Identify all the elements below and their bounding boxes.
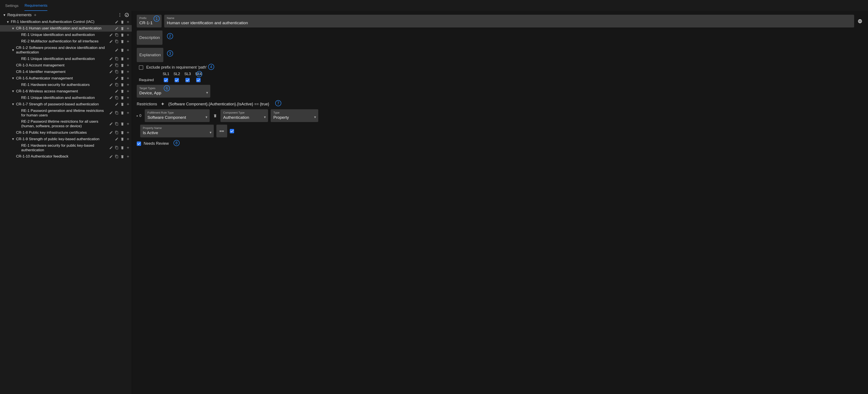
exclude-prefix-checkbox[interactable] (139, 65, 143, 70)
target-types-select[interactable]: Target Types Device, App ▾ (137, 85, 210, 98)
copy-icon[interactable] (115, 57, 119, 61)
copy-icon[interactable] (115, 96, 119, 100)
add-icon[interactable] (126, 70, 130, 74)
copy-icon[interactable] (115, 39, 119, 43)
tree-caret[interactable]: ▾ (11, 89, 15, 93)
delete-icon[interactable] (120, 39, 124, 43)
add-icon[interactable] (126, 48, 130, 52)
add-icon[interactable] (126, 96, 130, 100)
edit-icon[interactable] (109, 63, 113, 67)
tree-item-cr15[interactable]: ▾CR-1-5 Authenticator management (0, 75, 132, 82)
tab-requirements[interactable]: Requirements (25, 2, 48, 11)
description-field[interactable]: Description (137, 31, 162, 45)
tree-caret[interactable]: ▾ (11, 26, 15, 31)
add-icon[interactable] (126, 146, 130, 150)
tree-caret[interactable]: ▾ (11, 137, 15, 141)
delete-icon[interactable] (120, 70, 124, 74)
add-icon[interactable] (126, 102, 130, 107)
tree-caret[interactable]: ▾ (6, 20, 9, 24)
operator-select[interactable]: == (216, 125, 227, 138)
add-icon[interactable] (126, 83, 130, 87)
rule-value-checkbox[interactable] (230, 129, 234, 133)
tree-validate-icon[interactable] (124, 12, 129, 17)
edit-icon[interactable] (109, 122, 113, 126)
tree-item-re1f[interactable]: RE-1 Hardware security for public key-ba… (0, 142, 132, 153)
copy-icon[interactable] (115, 122, 119, 126)
add-icon[interactable] (126, 154, 130, 159)
name-input[interactable] (167, 21, 851, 25)
delete-icon[interactable] (120, 48, 124, 52)
copy-icon[interactable] (115, 33, 119, 37)
delete-icon[interactable] (120, 146, 124, 150)
tree-caret[interactable]: ▾ (11, 102, 15, 107)
copy-icon[interactable] (115, 83, 119, 87)
required-sl1-checkbox[interactable] (164, 78, 168, 82)
required-sl4-checkbox[interactable] (196, 78, 200, 82)
edit-icon[interactable] (115, 76, 119, 81)
add-restriction-button[interactable]: + (160, 101, 165, 107)
delete-icon[interactable] (120, 57, 124, 61)
copy-icon[interactable] (115, 130, 119, 135)
tree-more-menu[interactable] (118, 12, 122, 17)
explanation-field[interactable]: Explanation (137, 48, 163, 62)
delete-icon[interactable] (120, 137, 124, 141)
edit-icon[interactable] (109, 33, 113, 37)
add-icon[interactable] (126, 122, 130, 126)
edit-icon[interactable] (115, 102, 119, 107)
edit-icon[interactable] (109, 70, 113, 74)
property-name-select[interactable]: Property Name Is Active ▾ (140, 125, 214, 138)
add-icon[interactable] (126, 33, 130, 37)
delete-icon[interactable] (120, 122, 124, 126)
add-icon[interactable] (126, 89, 130, 93)
tree-item-cr110[interactable]: CR-1-10 Authenticator feedback (0, 153, 132, 160)
delete-icon[interactable] (120, 26, 124, 31)
tree-item-cr14[interactable]: CR-1-4 Identifier management (0, 68, 132, 75)
add-icon[interactable] (126, 76, 130, 81)
add-icon[interactable] (126, 26, 130, 31)
edit-icon[interactable] (109, 39, 113, 43)
tree-item-cr12[interactable]: ▾CR-1-2 Software process and device iden… (0, 44, 132, 56)
tree-item-re1e[interactable]: RE-1 Password generation and lifetime re… (0, 108, 132, 119)
delete-icon[interactable] (120, 102, 124, 107)
tree-item-cr17[interactable]: ▾CR-1-7 Strength of password-based authe… (0, 101, 132, 108)
edit-icon[interactable] (109, 154, 113, 159)
edit-icon[interactable] (109, 96, 113, 100)
delete-icon[interactable] (120, 76, 124, 81)
fulfillment-rule-type-select[interactable]: Fulfillment Rule Type Software Component… (145, 109, 210, 122)
delete-icon[interactable] (120, 20, 124, 24)
edit-icon[interactable] (115, 89, 119, 93)
tree-item-cr11[interactable]: ▾CR-1-1 Human user identification and au… (0, 25, 132, 32)
tree-item-cr16[interactable]: ▾CR-1-6 Wireless access management (0, 88, 132, 95)
add-icon[interactable] (126, 39, 130, 43)
tree-item-re1a[interactable]: RE-1 Unique identification and authentic… (0, 32, 132, 38)
required-sl3-checkbox[interactable] (185, 78, 190, 82)
edit-icon[interactable] (115, 48, 119, 52)
tree-item-re2b[interactable]: RE-2 Password lifetime restrictions for … (0, 118, 132, 129)
edit-icon[interactable] (115, 137, 119, 141)
required-sl2-checkbox[interactable] (175, 78, 179, 82)
copy-icon[interactable] (115, 63, 119, 67)
delete-icon[interactable] (120, 111, 124, 115)
add-icon[interactable] (126, 111, 130, 115)
delete-icon[interactable] (120, 130, 124, 135)
delete-icon[interactable] (120, 89, 124, 93)
edit-icon[interactable] (109, 111, 113, 115)
tree-root-caret[interactable]: ▾ (3, 13, 6, 17)
tree-root-add-button[interactable] (33, 13, 37, 17)
globe-icon[interactable] (857, 15, 863, 28)
edit-icon[interactable] (109, 146, 113, 150)
type-select[interactable]: Type Property ▾ (271, 109, 318, 122)
edit-icon[interactable] (115, 20, 119, 24)
tree-item-re1c[interactable]: RE-1 Hardware security for authenticator… (0, 82, 132, 88)
delete-icon[interactable] (120, 83, 124, 87)
component-type-select[interactable]: Component Type Authentication ▾ (220, 109, 268, 122)
edit-icon[interactable] (115, 26, 119, 31)
name-field[interactable]: Name (164, 15, 854, 28)
delete-rule-button[interactable] (213, 114, 217, 118)
add-icon[interactable] (126, 130, 130, 135)
copy-icon[interactable] (115, 70, 119, 74)
tree-item-cr13[interactable]: CR-1-3 Account management (0, 62, 132, 68)
add-icon[interactable] (126, 137, 130, 141)
tree-item-cr18[interactable]: CR-1-8 Public key infrastructure certifi… (0, 129, 132, 136)
add-icon[interactable] (126, 20, 130, 24)
